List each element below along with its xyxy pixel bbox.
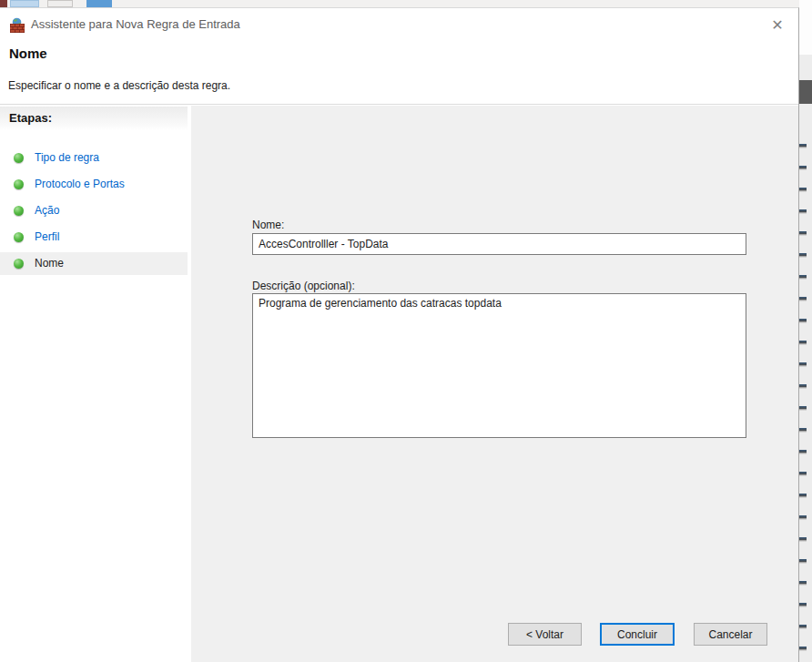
back-button[interactable]: < Voltar xyxy=(508,623,582,646)
background-rule-list-fragment xyxy=(799,127,807,662)
step-completed-icon xyxy=(14,206,24,216)
background-toolbar-fragment xyxy=(0,0,7,7)
background-toolbar-fragment xyxy=(47,0,73,7)
cancel-button[interactable]: Cancelar xyxy=(694,623,767,646)
step-label: Tipo de regra xyxy=(35,147,99,169)
step-label: Protocolo e Portas xyxy=(35,173,125,196)
sidebar-item-perfil[interactable]: Perfil xyxy=(0,226,188,249)
background-toolbar-fragment xyxy=(10,0,39,7)
background-fragment xyxy=(799,0,812,55)
description-input[interactable]: Programa de gerenciamento das catracas t… xyxy=(252,293,746,438)
step-label: Ação xyxy=(35,199,59,222)
name-field-label: Nome: xyxy=(252,219,284,231)
finish-button[interactable]: Concluir xyxy=(600,623,675,646)
window-title: Assistente para Nova Regra de Entrada xyxy=(31,17,240,31)
close-icon[interactable]: ✕ xyxy=(767,16,787,35)
background-window-top-strip xyxy=(0,0,812,7)
background-toolbar-fragment xyxy=(86,0,112,7)
sidebar-item-acao[interactable]: Ação xyxy=(0,199,188,222)
sidebar-item-nome[interactable]: Nome xyxy=(0,252,188,275)
step-completed-icon xyxy=(14,179,24,189)
step-label: Nome xyxy=(35,252,64,275)
steps-sidebar: Etapas: Tipo de regra Protocolo e Portas… xyxy=(0,105,188,662)
page-title: Nome xyxy=(9,46,47,61)
content-panel: Nome: Descrição (opcional): Programa de … xyxy=(191,106,798,662)
page-subtitle: Especificar o nome e a descrição desta r… xyxy=(8,79,230,92)
name-input[interactable] xyxy=(252,233,746,255)
background-fragment xyxy=(799,80,812,104)
title-bar: Assistente para Nova Regra de Entrada ✕ xyxy=(0,8,798,43)
wizard-dialog: Assistente para Nova Regra de Entrada ✕ … xyxy=(0,7,799,662)
sidebar-item-protocolo-e-portas[interactable]: Protocolo e Portas xyxy=(0,173,188,196)
screen: Assistente para Nova Regra de Entrada ✕ … xyxy=(0,0,812,662)
step-completed-icon xyxy=(14,232,24,242)
step-completed-icon xyxy=(14,153,24,163)
background-window-right-strip xyxy=(799,0,812,662)
sidebar-item-tipo-de-regra[interactable]: Tipo de regra xyxy=(0,147,188,169)
firewall-icon xyxy=(9,17,25,33)
description-field-label: Descrição (opcional): xyxy=(252,280,355,292)
step-completed-icon xyxy=(14,259,24,269)
steps-header: Etapas: xyxy=(0,107,188,130)
step-label: Perfil xyxy=(35,226,59,249)
